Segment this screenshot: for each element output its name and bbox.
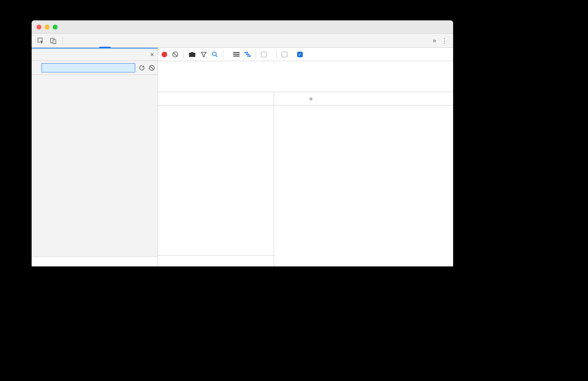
- svg-line-6: [174, 53, 177, 56]
- kebab-menu-icon[interactable]: ⋮: [441, 37, 447, 45]
- close-search-icon[interactable]: ×: [150, 51, 154, 59]
- record-button[interactable]: [162, 52, 167, 57]
- device-toggle-icon[interactable]: [47, 37, 60, 44]
- screenshot-icon[interactable]: [189, 52, 196, 57]
- waterfall-icon[interactable]: [244, 52, 251, 57]
- search-input[interactable]: [41, 63, 135, 72]
- detail-tabs-overflow-icon[interactable]: »: [309, 95, 313, 102]
- tab-console[interactable]: [77, 34, 88, 48]
- traffic-lights: [37, 25, 58, 30]
- inspect-icon[interactable]: [34, 37, 47, 44]
- clear-icon[interactable]: [172, 51, 178, 58]
- tab-sources[interactable]: [88, 34, 99, 48]
- request-name-column: [158, 92, 274, 266]
- tabs-overflow-icon[interactable]: »: [433, 37, 436, 44]
- tab-memory[interactable]: [122, 34, 133, 48]
- disable-cache-checkbox[interactable]: ✓: [297, 52, 303, 57]
- request-summary: [158, 255, 274, 266]
- svg-rect-14: [244, 52, 248, 53]
- network-toolbar: ✓: [158, 48, 453, 61]
- name-column-header[interactable]: [158, 92, 274, 105]
- refresh-search-icon[interactable]: [139, 65, 145, 71]
- filter-icon[interactable]: [201, 51, 207, 58]
- tab-elements[interactable]: [66, 34, 77, 48]
- svg-line-10: [216, 55, 218, 57]
- titlebar: [32, 20, 453, 34]
- svg-rect-15: [246, 54, 249, 55]
- clear-search-icon[interactable]: [149, 65, 155, 71]
- group-by-frame-checkbox[interactable]: [261, 52, 267, 57]
- search-icon[interactable]: [212, 51, 218, 58]
- tab-application[interactable]: [133, 34, 144, 48]
- svg-rect-8: [191, 52, 193, 53]
- search-results: [32, 75, 158, 257]
- panel-tabs: » ⋮: [32, 34, 453, 48]
- large-rows-icon[interactable]: [233, 52, 240, 57]
- devtools-window: » ⋮ ×: [32, 20, 453, 266]
- svg-rect-16: [247, 56, 251, 57]
- svg-point-9: [213, 52, 216, 56]
- svg-rect-2: [53, 40, 56, 44]
- network-pane: ✓ »: [158, 48, 453, 266]
- svg-rect-12: [233, 54, 240, 55]
- request-detail: »: [274, 92, 453, 266]
- tab-network[interactable]: [99, 34, 111, 48]
- tab-performance[interactable]: [111, 34, 122, 48]
- timeline-overview[interactable]: [158, 61, 453, 92]
- tab-security[interactable]: [144, 34, 156, 48]
- close-window-button[interactable]: [37, 25, 41, 30]
- svg-rect-13: [233, 56, 240, 57]
- search-pane: ×: [32, 48, 158, 266]
- zoom-window-button[interactable]: [53, 25, 58, 30]
- svg-rect-11: [233, 52, 240, 53]
- minimize-window-button[interactable]: [45, 25, 50, 30]
- svg-line-4: [150, 66, 153, 69]
- preserve-log-checkbox[interactable]: [282, 52, 287, 57]
